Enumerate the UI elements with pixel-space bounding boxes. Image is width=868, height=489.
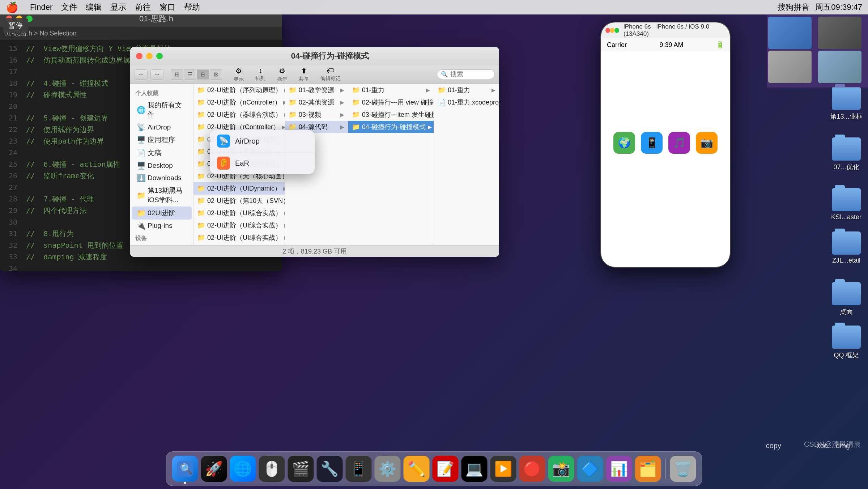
sim-close-button[interactable] xyxy=(605,28,610,33)
list-item[interactable]: 📁02-UI进阶（UI综合实战）▶ xyxy=(193,219,285,231)
ear-share-icon: 👂 xyxy=(217,157,230,170)
desktop-item-2[interactable]: 07...优化 xyxy=(828,137,864,171)
sidebar-item-documents[interactable]: 📄 文稿 xyxy=(132,146,192,160)
dock-icon-terminal[interactable]: 💻 xyxy=(461,456,488,482)
finder-search-input[interactable] xyxy=(450,71,491,78)
finder-action-sort[interactable]: ↕ 排列 xyxy=(252,66,268,83)
finder-action-operate[interactable]: ⚙ 操作 xyxy=(274,66,290,83)
dock-icon-app5[interactable]: 🗂️ xyxy=(635,456,661,482)
finder-fullscreen-button[interactable] xyxy=(156,53,163,59)
menu-view[interactable]: 显示 xyxy=(110,2,126,13)
dock-icon-mouse[interactable]: 🖱️ xyxy=(259,456,285,482)
finder-action-tag[interactable]: 🏷 编辑标记 xyxy=(318,66,344,83)
sidebar-item-plugins[interactable]: 🔌 Plug-ins xyxy=(132,220,192,232)
sidebar-item-airdrop[interactable]: 📡 AirDrop xyxy=(132,121,192,133)
finder-view-buttons: ⊞ ☰ ⊟ ⊠ xyxy=(171,69,222,80)
desktop-item-3[interactable]: KSI...aster xyxy=(828,188,864,221)
desktop-item-1[interactable]: 第13...业框 xyxy=(828,87,864,121)
dock-icon-safari[interactable]: 🌐 xyxy=(230,456,256,482)
dock-icon-app1[interactable]: 🔴 xyxy=(519,456,545,482)
menu-go[interactable]: 前往 xyxy=(135,2,151,13)
finder-view-list[interactable]: ☰ xyxy=(184,69,196,80)
desktop-folder-icon xyxy=(832,137,861,161)
allfiles-icon: 🌐 xyxy=(137,106,145,114)
ios-app-icon[interactable]: 📱 xyxy=(641,132,663,154)
list-item[interactable]: 📁02-UI进阶（nController）▶ xyxy=(193,96,285,109)
sidebar-section-devices: 设备 xyxy=(130,232,193,244)
sidebar-item-allfiles[interactable]: 🌐 我的所有文件 xyxy=(132,99,192,121)
dock-icon-pockity[interactable]: 📝 xyxy=(433,456,459,482)
list-item[interactable]: 📄01-重力.xcodeproj xyxy=(434,96,499,109)
pause-button[interactable]: 暂停 xyxy=(3,18,28,33)
apple-menu[interactable]: 🍎 xyxy=(6,1,18,13)
dock-icon-app2[interactable]: 📸 xyxy=(548,456,574,482)
list-item[interactable]: 📁02-UI进阶（序列动原理）▶ xyxy=(193,84,285,96)
list-item[interactable]: 📁02-碰撞行---用 view 碰撞▶ xyxy=(348,96,434,109)
list-item[interactable]: 📁02-UI进阶（UI综合实战）▶ xyxy=(193,207,285,219)
watermark: CSDN@清风清晨 xyxy=(804,439,861,449)
sidebar-item-applications[interactable]: 🖥️ 应用程序 xyxy=(132,133,192,146)
finder-view-column[interactable]: ⊟ xyxy=(197,69,209,80)
app-name-menu[interactable]: Finder xyxy=(30,3,52,12)
desktop-item-qqframework[interactable]: QQ 框架 xyxy=(828,326,864,360)
ios-battery: 🔋 xyxy=(716,41,724,49)
dock-icon-app3[interactable]: 🔷 xyxy=(577,456,603,482)
dock-icon-tools[interactable]: 🔧 xyxy=(317,456,343,482)
finder-action-share[interactable]: ⬆ 共享 xyxy=(296,66,312,83)
ios-app-icon[interactable]: 📷 xyxy=(696,132,718,154)
menu-search-label[interactable]: 搜狗拼音 xyxy=(778,2,809,13)
finder-column-3: 📁01-重力▶ 📁02-碰撞行---用 view 碰撞▶ 📁03-碰撞行---i… xyxy=(348,84,434,245)
dock-icon-trash[interactable]: 🗑️ xyxy=(670,456,696,482)
list-item[interactable]: 📁01-教学资源▶ xyxy=(285,84,348,96)
menu-file[interactable]: 文件 xyxy=(61,2,77,13)
sidebar-item-downloads[interactable]: ⬇️ Downloads xyxy=(132,172,192,184)
finder-view-coverflow[interactable]: ⊠ xyxy=(210,69,222,80)
dock-icon-prefs[interactable]: ⚙️ xyxy=(375,456,401,482)
desktop-item-4[interactable]: ZJL...etail xyxy=(828,231,864,264)
finder-search-box[interactable]: 🔍 xyxy=(437,69,495,79)
desktop-folder-icon xyxy=(832,87,861,110)
finder-minimize-button[interactable] xyxy=(146,53,153,59)
sim-fullscreen-button[interactable] xyxy=(614,28,619,33)
dock: 🔍 🚀 🌐 🖱️ 🎬 🔧 📱 ⚙️ ✏️ 📝 💻 ▶️ 🔴 📸 🔷 📊 🗂️ 🗑… xyxy=(166,451,702,486)
dock-icon-sketch[interactable]: ✏️ xyxy=(404,456,430,482)
list-item[interactable]: 📁02-其他资源▶ xyxy=(285,96,348,109)
ios-app-icon[interactable]: 🌍 xyxy=(613,132,635,154)
ios-app-icon[interactable]: 🎵 xyxy=(668,132,690,154)
finder-close-button[interactable] xyxy=(136,53,142,59)
share-item-airdrop[interactable]: 📡 AirDrop xyxy=(210,130,315,152)
list-item[interactable]: 📁02-UI进阶（UI综合实战）▶ xyxy=(193,244,285,245)
list-item[interactable]: 📁01-重力▶ xyxy=(434,84,499,96)
heima-icon: 📁 xyxy=(137,191,145,200)
list-item[interactable]: 📁04-碰撞行为-碰撞模式▶ xyxy=(348,121,434,133)
menu-edit[interactable]: 编辑 xyxy=(86,2,102,13)
sidebar-item-heima[interactable]: 📁 第13期黑马iOS学科... xyxy=(132,184,192,207)
dock-icon-app4[interactable]: 📊 xyxy=(606,456,632,482)
finder-view-icon[interactable]: ⊞ xyxy=(171,69,183,80)
menu-help[interactable]: 帮助 xyxy=(184,2,200,13)
finder-forward-button[interactable]: → xyxy=(150,69,163,80)
list-item[interactable]: 📁02-UI进阶（器综合演练）▶ xyxy=(193,109,285,121)
dock-icon-video[interactable]: 🎬 xyxy=(288,456,314,482)
sim-title: iPhone 6s - iPhone 6s / iOS 9.0 (13A340) xyxy=(624,23,726,38)
desktop-item-5[interactable]: 桌面 xyxy=(828,282,864,316)
sidebar-item-02ui[interactable]: 📁 02UI进阶 xyxy=(132,207,192,220)
sidebar-item-remote-disk[interactable]: 💿 远程光盘 xyxy=(132,244,192,245)
dock-icon-quickplayer[interactable]: ▶️ xyxy=(490,456,516,482)
sim-minimize-button[interactable] xyxy=(610,28,615,33)
list-item[interactable]: 📁02-UI进阶（第10天（SVN）▶ xyxy=(193,195,285,207)
dock-icon-launchpad[interactable]: 🚀 xyxy=(201,456,227,482)
finder-back-button[interactable]: ← xyxy=(135,69,148,80)
share-item-ear[interactable]: 👂 EaR xyxy=(210,152,315,174)
sidebar-item-desktop[interactable]: 🖥️ Desktop xyxy=(132,160,192,172)
list-item[interactable]: 📁01-重力▶ xyxy=(348,84,434,96)
finder-action-display[interactable]: ⚙ 显示 xyxy=(231,66,247,83)
dock-icon-finder[interactable]: 🔍 xyxy=(172,456,198,482)
list-item[interactable]: 📁03-碰撞行---item 发生碰撞▶ xyxy=(348,109,434,121)
list-item[interactable]: 📁02-UI进阶（UIDynamic）▶ xyxy=(193,182,285,195)
dock-icon-phone[interactable]: 📱 xyxy=(346,456,372,482)
desktop-folder-icon xyxy=(832,231,861,255)
list-item[interactable]: 📁03-视频▶ xyxy=(285,109,348,121)
list-item[interactable]: 📁02-UI进阶（UI综合实战）▶ xyxy=(193,231,285,244)
menu-window[interactable]: 窗口 xyxy=(159,2,175,13)
